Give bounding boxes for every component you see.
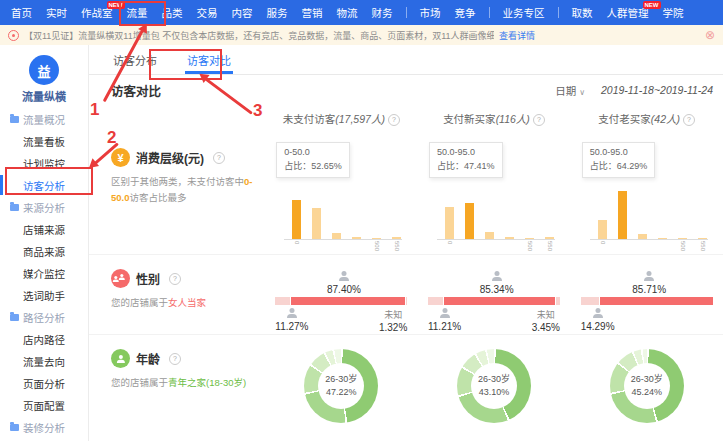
nav-item-取数[interactable]: 取数 [565,5,600,20]
bar [352,237,361,239]
help-icon[interactable]: ? [683,114,695,126]
help-icon[interactable]: ? [169,273,181,285]
column-header-new-buyers: 支付新买家(116人)? [418,105,571,134]
bar [658,238,667,240]
axis-tick: 0 [445,241,454,254]
people-icon [111,269,130,288]
bar [618,191,627,239]
close-icon[interactable]: ⊗ [705,29,715,41]
consume-chart-unpaid[interactable]: 0-50.0占比：52.65% 0500550 [266,134,416,254]
bar [465,203,474,239]
age-title: 年龄 [136,350,160,367]
sidebar-item-流量看板[interactable]: 流量看板 [0,130,88,152]
sidebar-item-计划监控[interactable]: 计划监控 [0,152,88,174]
help-icon[interactable]: ? [388,114,400,126]
bar [598,220,607,240]
male-percent: 14.29% [581,321,615,332]
sidebar-item-流量去向[interactable]: 流量去向 [0,350,88,372]
gender-chart-new-buyers[interactable]: 85.34% 11.21% 未知3.45% [428,271,560,334]
gender-bar [428,297,560,305]
tab-visitor-distribution[interactable]: 访客分布 [111,48,159,74]
bar [485,232,494,239]
sidebar-item-页面分析[interactable]: 页面分析 [0,372,88,394]
column-header-unpaid: 未支付访客(17,597人)? [265,105,418,134]
active-indicator [0,175,3,195]
row-consume-level: ¥ 消费层级(元) ? 区别于其他两类，未支付访客中0-50.0访客占比最多 0… [89,134,723,254]
sidebar-item-label: 路径分析 [23,310,65,325]
sidebar-item-来源分析[interactable]: 来源分析 [0,196,88,218]
sidebar-item-label: 流量看板 [23,134,65,149]
axis-tick: 550 [545,241,554,254]
nav-item-内容[interactable]: 内容 [225,5,260,20]
gender-bar [275,297,407,305]
sidebar-item-装修分析[interactable]: 装修分析 [0,416,88,438]
app-logo-icon: 益 [29,55,59,85]
consume-chart-old-buyers[interactable]: 50.0-95.0占比：64.29% 0500550 [572,134,722,254]
sidebar-item-label: 页面分析 [23,376,65,391]
nav-item-品类[interactable]: 品类 [155,5,190,20]
chart-tooltip: 50.0-95.0占比：64.29% [582,142,656,178]
age-desc: 您的店铺属于青年之家(18-30岁) [111,375,257,391]
help-icon[interactable]: ? [169,353,181,365]
age-donut-old-buyers[interactable]: 26-30岁45.24% [610,349,684,423]
male-icon [286,308,297,318]
date-range[interactable]: 2019-11-18~2019-11-24 [601,84,713,96]
date-dropdown[interactable]: 日期∨ [555,83,585,98]
age-donut-unpaid[interactable]: 26-30岁47.22% [304,349,378,423]
help-icon[interactable]: ? [213,152,225,164]
gender-bar-segment [581,297,600,305]
nav-divider [558,7,559,18]
nav-item-学院[interactable]: 学院 [656,5,691,20]
nav-item-财务[interactable]: 财务 [365,5,400,20]
male-icon [592,308,603,318]
sidebar-item-商品来源[interactable]: 商品来源 [0,240,88,262]
nav-divider [406,7,407,18]
nav-item-业务专区[interactable]: 业务专区 [496,5,552,20]
sidebar-item-选词助手[interactable]: 选词助手 [0,284,88,306]
sidebar-item-路径分析[interactable]: 路径分析 [0,306,88,328]
gender-chart-old-buyers[interactable]: 85.71% 14.29% [581,271,713,334]
axis-tick: 500 [678,241,687,254]
sidebar-item-页面配置[interactable]: 页面配置 [0,394,88,416]
consume-chart-new-buyers[interactable]: 50.0-95.0占比：47.41% 0500550 [419,134,569,254]
nav-item-人群管理[interactable]: 人群管理NEW [600,5,656,20]
female-percent: 87.40% [314,284,374,295]
sidebar-item-label: 流量去向 [23,354,65,369]
gender-chart-unpaid[interactable]: 87.40% 11.27% 未知1.32% [275,271,407,334]
axis-tick: 500 [372,241,381,254]
sidebar-item-流量概况[interactable]: 流量概况 [0,108,88,130]
folder-icon [10,204,19,211]
bar [445,207,454,239]
x-axis [284,239,402,240]
nav-item-作战室[interactable]: 作战室NEW [74,5,120,20]
nav-item-市场[interactable]: 市场 [413,5,448,20]
main-panel: 访客分布 访客对比 访客对比 日期∨ 2019-11-18~2019-11-24… [89,45,723,441]
axis-tick [505,241,514,254]
app-brand: 流量纵横 [0,88,88,104]
sidebar-item-媒介监控[interactable]: 媒介监控 [0,262,88,284]
gender-bar-segment [428,297,443,305]
nav-item-服务[interactable]: 服务 [260,5,295,20]
sidebar-item-label: 来源分析 [23,200,65,215]
nav-item-物流[interactable]: 物流 [330,5,365,20]
bar-series [598,191,707,239]
sidebar-item-label: 商品来源 [23,244,65,259]
tab-visitor-compare[interactable]: 访客对比 [185,48,233,74]
nav-divider [489,7,490,18]
notice-detail-link[interactable]: 查看详情 [499,29,535,42]
chart-tooltip: 50.0-95.0占比：47.41% [429,142,503,178]
help-icon[interactable]: ? [533,114,545,126]
nav-item-流量[interactable]: 流量 [120,5,155,20]
sidebar-item-访客分析[interactable]: 访客分析 [0,174,88,196]
nav-item-交易[interactable]: 交易 [190,5,225,20]
sidebar-item-店内路径[interactable]: 店内路径 [0,328,88,350]
nav-item-竞争[interactable]: 竞争 [448,5,483,20]
nav-item-实时[interactable]: 实时 [39,5,74,20]
axis-tick [485,241,494,254]
notice-bar: 【双11见证】流量纵横双11增量包 不仅包含本店数据，还有竞店、竞品数据，流量、… [0,25,723,45]
age-donut-new-buyers[interactable]: 26-30岁43.10% [457,349,531,423]
sidebar-item-label: 计划监控 [23,156,65,171]
nav-item-营销[interactable]: 营销 [295,5,330,20]
sidebar-item-店铺来源[interactable]: 店铺来源 [0,218,88,240]
nav-item-首页[interactable]: 首页 [4,5,39,20]
